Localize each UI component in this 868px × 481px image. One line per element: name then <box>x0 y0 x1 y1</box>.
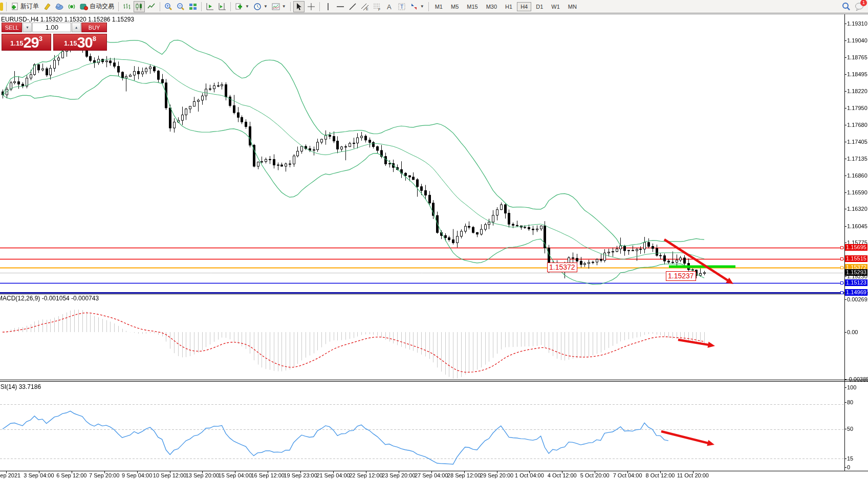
date-tick: 10 Sep 12:00 <box>153 472 186 478</box>
text-button[interactable]: A <box>384 1 395 12</box>
price-tick: 1.17405 <box>847 139 867 145</box>
date-tick: 28 Sep 12:00 <box>447 472 481 478</box>
date-tick: 23 Sep 20:00 <box>382 472 415 478</box>
date-tick: 29 Sep 20:00 <box>480 472 513 478</box>
toolbar-separator <box>428 2 429 11</box>
date-tick: 6 Sep 12:00 <box>56 472 86 478</box>
tf-mn-button[interactable]: MN <box>565 2 580 11</box>
cloud-button[interactable] <box>54 1 65 12</box>
one-click-trade-panel: SELL ▼ ▲ BUY 1.15 29 3 1.15 30 8 <box>2 23 107 51</box>
date-tick: 16 Sep 12:00 <box>251 472 284 478</box>
main-toolbar: 新订单 自动交易 ▼ ▼ ▼ E F A T ▼ M1M5M15M30H1H4D… <box>0 0 868 13</box>
tf-m15-button[interactable]: M15 <box>463 2 481 11</box>
date-tick: 3 Sep 04:00 <box>24 472 54 478</box>
chart-shift-button[interactable] <box>204 1 215 12</box>
autotrading-button[interactable]: 自动交易 <box>78 1 116 12</box>
price-tag: 1.15123 <box>845 279 867 286</box>
crosshair-button[interactable] <box>306 1 317 12</box>
tf-m30-button[interactable]: M30 <box>483 2 501 11</box>
tf-w1-button[interactable]: W1 <box>548 2 563 11</box>
volume-decrease-button[interactable]: ▼ <box>23 23 32 32</box>
tf-d1-button[interactable]: D1 <box>532 2 547 11</box>
rsi-tick: 0 <box>847 464 850 470</box>
clipped-toolbar-icon <box>0 3 3 11</box>
tf-m1-button[interactable]: M1 <box>431 2 446 11</box>
rsi-indicator-label: RSI(14) 33.7186 <box>0 383 41 390</box>
zoom-in-button[interactable] <box>163 1 174 12</box>
price-tick: 1.19310 <box>847 20 867 27</box>
buy-price-button[interactable]: 1.15 30 8 <box>53 34 107 51</box>
price-chart-canvas[interactable] <box>0 0 868 481</box>
periods-button[interactable]: ▼ <box>252 1 269 12</box>
price-annotation-breakdown[interactable]: 1.15237 <box>666 271 696 281</box>
tile-windows-button[interactable] <box>187 1 199 12</box>
toolbar-separator <box>160 2 160 11</box>
price-annotation-support[interactable]: 1.15372 <box>547 263 577 272</box>
date-tick: 1 Sep 2021 <box>0 472 20 478</box>
trendline-button[interactable] <box>347 1 358 12</box>
price-tick: 1.17950 <box>847 105 867 111</box>
text-label-button[interactable]: T <box>396 1 407 12</box>
signal-button[interactable] <box>66 1 77 12</box>
fibonacci-button[interactable]: F <box>372 1 383 12</box>
date-tick: 11 Oct 20:00 <box>677 472 709 478</box>
macd-tick: 0.00 <box>847 329 858 335</box>
rsi-tick: 100 <box>847 384 856 390</box>
sell-button[interactable]: SELL <box>2 23 22 32</box>
indicators-button[interactable]: ▼ <box>233 1 251 12</box>
new-order-icon <box>11 3 19 11</box>
equidistant-channel-button[interactable]: E <box>359 1 371 12</box>
notifications-icon[interactable]: 1 <box>853 1 865 12</box>
date-axis[interactable]: 1 Sep 20213 Sep 04:006 Sep 12:007 Sep 20… <box>0 472 868 481</box>
timeframe-group: M1M5M15M30H1H4D1W1MN <box>431 2 581 11</box>
highlighter-button[interactable] <box>41 1 53 12</box>
price-tick: 1.17680 <box>847 122 867 128</box>
dropdown-caret: ▼ <box>264 4 268 9</box>
tf-h4-button[interactable]: H4 <box>517 2 531 11</box>
tf-m5-button[interactable]: M5 <box>447 2 462 11</box>
bar-chart-button[interactable] <box>121 1 133 12</box>
autotrading-icon <box>80 3 88 11</box>
price-tick: 1.18220 <box>847 88 867 94</box>
toolbar-separator <box>118 2 119 11</box>
search-icon[interactable] <box>840 1 852 12</box>
price-tick: 1.17135 <box>847 156 867 162</box>
volume-increase-button[interactable]: ▲ <box>72 23 81 32</box>
horizontal-line-button[interactable] <box>335 1 346 12</box>
sell-price-pips: 29 <box>23 35 38 50</box>
buy-button[interactable]: BUY <box>81 23 107 32</box>
cursor-button[interactable] <box>293 1 305 12</box>
sell-price-button[interactable]: 1.15 29 3 <box>2 34 51 51</box>
toolbar-separator <box>201 2 202 11</box>
sell-price-point: 3 <box>39 35 42 42</box>
new-order-button[interactable]: 新订单 <box>9 1 40 12</box>
buy-price-point: 8 <box>93 35 96 42</box>
rsi-tick: 15 <box>847 455 853 462</box>
auto-scroll-button[interactable] <box>216 1 228 12</box>
price-tick: 1.18765 <box>847 54 867 60</box>
dropdown-caret: ▼ <box>282 4 286 9</box>
toolbar-separator <box>6 2 7 11</box>
candlestick-chart-button[interactable] <box>134 1 145 12</box>
price-tick: 1.16320 <box>847 206 867 212</box>
arrows-button[interactable]: ▼ <box>408 1 426 12</box>
price-tag: 1.15515 <box>845 255 867 262</box>
vertical-line-button[interactable] <box>322 1 334 12</box>
date-tick: 13 Sep 20:00 <box>186 472 219 478</box>
date-tick: 27 Sep 04:00 <box>415 472 448 478</box>
svg-text:F: F <box>378 8 380 11</box>
price-tick: 1.16590 <box>847 189 867 195</box>
price-tag: 1.15293 <box>845 269 867 276</box>
notification-badge: 1 <box>860 0 867 6</box>
price-tick: 1.16045 <box>847 223 867 229</box>
zoom-out-button[interactable] <box>175 1 186 12</box>
date-tick: 9 Sep 04:00 <box>122 472 152 478</box>
tf-h1-button[interactable]: H1 <box>502 2 516 11</box>
volume-input[interactable] <box>32 23 71 32</box>
price-axis[interactable]: 1.193101.190401.187651.184951.182201.179… <box>845 13 868 471</box>
date-tick: 15 Sep 04:00 <box>219 472 252 478</box>
templates-button[interactable]: ▼ <box>270 1 288 12</box>
macd-tick: -0.00385 <box>847 376 868 382</box>
line-chart-button[interactable] <box>146 1 157 12</box>
sell-price-base: 1.15 <box>10 37 23 50</box>
